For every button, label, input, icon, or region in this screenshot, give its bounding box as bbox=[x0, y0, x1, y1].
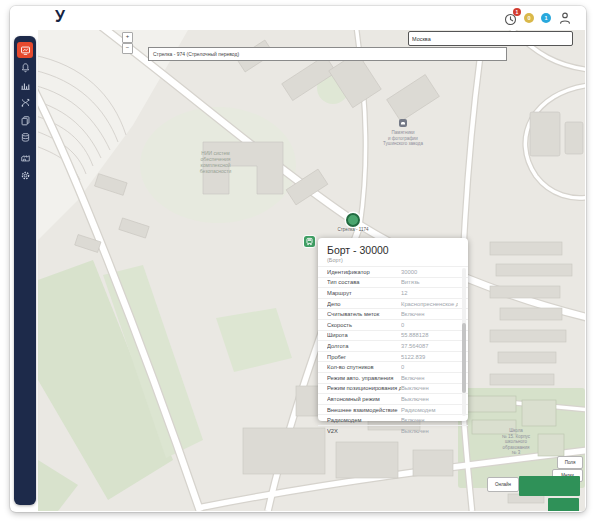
zoom-out-button[interactable]: − bbox=[122, 43, 133, 54]
green-action-bar-small[interactable] bbox=[548, 498, 579, 511]
gear-icon bbox=[20, 170, 31, 181]
detail-label: Режим позиционирования депо bbox=[327, 385, 401, 391]
sidebar-item-depot[interactable] bbox=[17, 149, 33, 165]
header-icons: 1 0 1 bbox=[504, 11, 572, 25]
detail-label: Считыватель меток bbox=[327, 311, 401, 317]
database-icon bbox=[20, 132, 31, 143]
detail-value: 5122.839 bbox=[401, 354, 458, 360]
detail-row: Кол-во спутников 0 bbox=[318, 361, 468, 372]
warning-counter[interactable]: 0 bbox=[524, 13, 534, 23]
detail-label: Внешнее взаимодействие bbox=[327, 407, 401, 413]
user-profile-icon[interactable] bbox=[558, 11, 572, 25]
detail-value: 55.888128 bbox=[401, 332, 458, 338]
sidebar-item-settings[interactable] bbox=[17, 167, 33, 183]
vehicle-popup: Борт - 30000 (Борт) Идентификатор 30000 … bbox=[318, 238, 468, 421]
sidebar-item-database[interactable] bbox=[17, 129, 33, 145]
app-logo: У bbox=[55, 8, 65, 26]
detail-row: Режим позиционирования депо Выключен bbox=[318, 383, 468, 394]
detail-value: 0 bbox=[401, 322, 458, 328]
detail-row: Пробег 5122.839 bbox=[318, 351, 468, 362]
junction-route-icon bbox=[20, 97, 31, 108]
history-button[interactable]: 1 bbox=[504, 12, 517, 25]
tram-marker[interactable] bbox=[304, 236, 315, 247]
detail-value: Краснопресненское депо bbox=[401, 301, 458, 307]
fields-button[interactable]: Поля bbox=[557, 456, 583, 469]
detail-row: Широта 55.888128 bbox=[318, 330, 468, 341]
sidebar-item-statistics[interactable] bbox=[17, 77, 33, 93]
detail-value: 12 bbox=[401, 290, 458, 296]
detail-row: Депо Краснопресненское депо bbox=[318, 298, 468, 309]
detail-row: V2X Выключен bbox=[318, 425, 468, 436]
detail-row: Скорость 0 bbox=[318, 319, 468, 330]
switch-marker-label: Стрелка - 1174 bbox=[324, 227, 382, 232]
detail-row: Внешнее взаимодействие Радиомодем bbox=[318, 404, 468, 415]
detail-row: Автономный режим Выключен bbox=[318, 393, 468, 404]
detail-label: Идентификатор bbox=[327, 269, 401, 275]
map-label-school: Школа№ 15. Корпусшкольногообразования№ 3 bbox=[484, 428, 548, 456]
map-canvas[interactable]: НИИ системобеспечениякомплекснойбезопасн… bbox=[38, 30, 585, 511]
detail-label: Широта bbox=[327, 332, 401, 338]
detail-row: Режим авто. управления Включен bbox=[318, 372, 468, 383]
popup-scrollbar-thumb[interactable] bbox=[462, 323, 466, 393]
sidebar-item-notifications[interactable] bbox=[17, 59, 33, 75]
detail-row: Идентификатор 30000 bbox=[318, 266, 468, 277]
detail-value: Выключен bbox=[401, 428, 458, 434]
zoom-in-button[interactable]: + bbox=[122, 32, 133, 43]
museum-poi-icon[interactable] bbox=[399, 119, 407, 127]
sidebar-item-documents[interactable] bbox=[17, 112, 33, 128]
documents-icon bbox=[20, 115, 31, 126]
history-badge: 1 bbox=[513, 8, 521, 16]
online-button[interactable]: Онлайн bbox=[487, 477, 519, 492]
header: У 1 0 1 bbox=[10, 6, 586, 30]
depot-building-icon bbox=[20, 152, 31, 163]
detail-value: Включен bbox=[401, 311, 458, 317]
detail-value: Включен bbox=[401, 375, 458, 381]
green-action-bar-large[interactable] bbox=[519, 476, 580, 496]
search-suggestion-item[interactable]: Стрелка - 974 (Стрелочный перевод) bbox=[148, 47, 507, 61]
bell-icon bbox=[20, 62, 31, 73]
detail-label: Маршрут bbox=[327, 290, 401, 296]
detail-row: Маршрут 12 bbox=[318, 287, 468, 298]
detail-label: Кол-во спутников bbox=[327, 364, 401, 370]
detail-label: Скорость bbox=[327, 322, 401, 328]
monitoring-map-icon bbox=[20, 45, 31, 56]
popup-scrollbar[interactable] bbox=[462, 268, 466, 416]
app-window: У 1 0 1 bbox=[10, 6, 586, 512]
sidebar-item-routes[interactable] bbox=[17, 94, 33, 110]
detail-value: Выключен bbox=[401, 396, 458, 402]
detail-label: V2X bbox=[327, 428, 401, 434]
detail-label: Депо bbox=[327, 301, 401, 307]
detail-label: Пробег bbox=[327, 354, 401, 360]
search-input[interactable] bbox=[408, 31, 573, 46]
detail-value: Витязь bbox=[401, 279, 458, 285]
tram-icon bbox=[305, 237, 314, 246]
detail-label: Радиомодем bbox=[327, 417, 401, 423]
vehicle-popup-subtitle: (Борт) bbox=[318, 256, 468, 266]
map-label-institute: НИИ системобеспечениякомплекснойбезопасн… bbox=[173, 150, 258, 174]
page: У 1 0 1 bbox=[0, 0, 600, 522]
detail-value: 30000 bbox=[401, 269, 458, 275]
bar-chart-icon bbox=[20, 80, 31, 91]
detail-row: Долгота 37.564087 bbox=[318, 340, 468, 351]
map-label-poi: Памятникии фотографииТушинского завода bbox=[365, 130, 441, 147]
sidebar-item-monitoring[interactable] bbox=[17, 42, 33, 58]
detail-value: 37.564087 bbox=[401, 343, 458, 349]
sidebar-nav bbox=[14, 36, 36, 505]
detail-label: Долгота bbox=[327, 343, 401, 349]
detail-label: Тип состава bbox=[327, 279, 401, 285]
detail-row: Радиомодем Включен bbox=[318, 414, 468, 425]
detail-row: Считыватель меток Включен bbox=[318, 308, 468, 319]
vehicle-popup-title: Борт - 30000 bbox=[318, 238, 468, 256]
detail-value: 0 bbox=[401, 364, 458, 370]
detail-label: Автономный режим bbox=[327, 396, 401, 402]
detail-row: Тип состава Витязь bbox=[318, 277, 468, 288]
detail-value: Выключен bbox=[401, 385, 458, 391]
vehicle-details-list: Идентификатор 30000 Тип состава Витязь М… bbox=[318, 266, 468, 436]
detail-value: Радиомодем bbox=[401, 407, 458, 413]
info-counter[interactable]: 1 bbox=[541, 13, 551, 23]
detail-value: Включен bbox=[401, 417, 458, 423]
switch-marker[interactable] bbox=[346, 213, 360, 227]
detail-label: Режим авто. управления bbox=[327, 375, 401, 381]
